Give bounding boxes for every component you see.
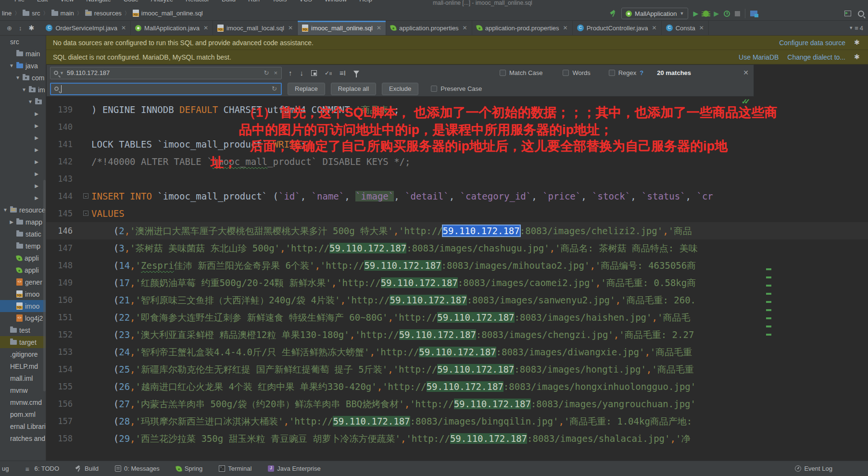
preserve-case-checkbox[interactable]: Preserve Case: [431, 85, 482, 92]
tree-scrollbar[interactable]: [43, 180, 46, 391]
tab-mallapplication-java[interactable]: MallApplication.java✕: [131, 21, 213, 35]
tree-item[interactable]: ▶: [0, 192, 46, 204]
tab-imooc_mall_online-sql[interactable]: imooc_mall_online.sql✕: [298, 21, 386, 35]
build-hammer-icon[interactable]: [610, 10, 616, 17]
run-coverage-button[interactable]: ▶: [714, 10, 719, 17]
stripe-mark[interactable]: [766, 276, 771, 278]
code-line[interactable]: 157 (28,'玛琪摩尔新西兰进口冰淇淋大桶装','http://59.110…: [46, 413, 868, 430]
tree-item-ernal-libraries[interactable]: ernal Libraries: [0, 420, 46, 432]
menu-item-file[interactable]: File: [14, 0, 25, 6]
stripe-mark[interactable]: [766, 268, 771, 270]
code-line[interactable]: 147 (3,'茶树菇 美味菌菇 东北山珍 500g','http://59.1…: [46, 239, 868, 257]
find-in-selection-icon[interactable]: [311, 70, 317, 76]
code-line[interactable]: 152 (23,'澳大利亚直采鲜橙 精品澳橙12粒 单果130-180g','h…: [46, 326, 868, 343]
close-icon[interactable]: ✕: [203, 25, 208, 31]
menu-item-code[interactable]: Code: [124, 0, 138, 6]
statusbar-build[interactable]: Build: [75, 465, 99, 472]
words-checkbox[interactable]: Words: [563, 69, 590, 76]
tree-closed-arrow-icon[interactable]: ▶: [34, 159, 39, 164]
breadcrumb-item[interactable]: imooc_mall_online.sql: [133, 10, 203, 17]
match-case-checkbox[interactable]: Match Case: [500, 69, 542, 76]
replace-history-icon[interactable]: ↻: [272, 85, 277, 92]
tree-item-log4j2[interactable]: log4j2: [0, 312, 46, 324]
configure-data-source-link[interactable]: Configure data source: [779, 39, 845, 47]
tree-item[interactable]: ▶: [0, 120, 46, 132]
statusbar-terminal[interactable]: Terminal: [219, 465, 252, 472]
fold-marker-icon[interactable]: -: [83, 211, 88, 216]
close-icon[interactable]: ✕: [288, 25, 293, 31]
tab-application-prod-properties[interactable]: application-prod.properties✕: [472, 21, 573, 35]
tab-consta[interactable]: Consta✕: [662, 21, 709, 35]
code-line[interactable]: 156 (27,'内蒙古羔羊肉串 500g/袋（约20串）鲜冻羊肉串 BBQ烧烤…: [46, 395, 868, 413]
close-icon[interactable]: ✕: [463, 25, 467, 31]
select-all-occurrences-icon[interactable]: ✓II: [325, 70, 332, 76]
gear-icon[interactable]: ✱: [854, 39, 860, 46]
tree-closed-arrow-icon[interactable]: ▶: [34, 171, 39, 176]
inspection-ok-icon[interactable]: ✓✓: [742, 97, 747, 106]
debug-button[interactable]: [703, 11, 709, 17]
code-line[interactable]: 144-INSERT INTO `imooc_mall_product` (`i…: [46, 188, 868, 205]
run-button[interactable]: ▶: [693, 10, 698, 17]
code-line[interactable]: 145-VALUES: [46, 205, 868, 222]
hidden-tabs-dropdown[interactable]: ▼ ≡ 4: [844, 21, 868, 35]
tree-closed-arrow-icon[interactable]: ▶: [34, 195, 39, 200]
tree-closed-arrow-icon[interactable]: ▶: [34, 111, 39, 116]
menu-item-analyze[interactable]: Analyze: [151, 0, 173, 6]
tab-imooc_mall_local-sql[interactable]: imooc_mall_local.sql✕: [213, 21, 298, 35]
regex-checkbox[interactable]: Regex ?: [609, 69, 644, 76]
tree-item-mvnw[interactable]: mvnw: [0, 384, 46, 396]
menu-item-vcs[interactable]: VCS: [299, 0, 312, 6]
search-history-icon[interactable]: ↻: [264, 69, 269, 76]
code-line[interactable]: 151 (22,'即食海参大连野生辽刺参 新鲜速食 特级生鲜海产 60~80G'…: [46, 309, 868, 326]
tree-closed-arrow-icon[interactable]: ▶: [34, 123, 39, 128]
menu-item-build[interactable]: Build: [222, 0, 236, 6]
tree-item[interactable]: ▼: [0, 96, 46, 108]
fold-marker-icon[interactable]: -: [83, 193, 88, 199]
menu-item-tools[interactable]: Tools: [272, 0, 287, 6]
tab-application-properties[interactable]: application.properties✕: [386, 21, 472, 35]
stripe-mark[interactable]: [766, 326, 771, 327]
tree-open-arrow-icon[interactable]: ▼: [9, 63, 14, 68]
tree-item-temp[interactable]: temp: [0, 240, 46, 252]
tree-item-mvnw-cmd[interactable]: mvnw.cmd: [0, 396, 46, 408]
locate-file-icon[interactable]: ⊕: [7, 25, 12, 32]
tree-open-arrow-icon[interactable]: ▼: [15, 75, 20, 80]
tree-item-appli[interactable]: appli: [0, 252, 46, 264]
tree-open-arrow-icon[interactable]: ▼: [3, 207, 8, 213]
tree-item-help-md[interactable]: HELP.md: [0, 360, 46, 372]
code-line[interactable]: 148 (14,'Zespri佳沛 新西兰阳光金奇异果 6个装','http:/…: [46, 257, 868, 274]
breadcrumb-item[interactable]: line: [2, 10, 12, 17]
tree-closed-arrow-icon[interactable]: ▶: [34, 135, 39, 140]
statusbar-0-messages[interactable]: 0: Messages: [115, 465, 160, 472]
stripe-mark[interactable]: [766, 309, 771, 311]
code-line[interactable]: 143: [46, 170, 868, 188]
next-occurrence-icon[interactable]: ↓: [300, 69, 304, 77]
tree-item-pom-xml[interactable]: pom.xml: [0, 408, 46, 420]
tree-closed-arrow-icon[interactable]: ▶: [34, 147, 39, 152]
tree-item[interactable]: ▶: [0, 180, 46, 192]
menu-item-edit[interactable]: Edit: [37, 0, 48, 6]
menu-item-run[interactable]: Run: [248, 0, 260, 6]
close-icon[interactable]: ✕: [743, 69, 749, 76]
run-anything-icon[interactable]: [844, 11, 851, 16]
code-line[interactable]: 153 (24,'智利帝王蟹礼盒装4.4-4.0斤/只 生鲜活鲜熟冻大螃蟹','…: [46, 343, 868, 361]
tree-item[interactable]: ▶: [0, 156, 46, 168]
tree-item-resource[interactable]: ▼resource: [0, 204, 46, 216]
stripe-mark[interactable]: [766, 317, 771, 319]
tree-item-src[interactable]: src: [0, 36, 46, 48]
tree-open-arrow-icon[interactable]: ▼: [28, 99, 33, 104]
statusbar-java-enterprise[interactable]: Java Enterprise: [268, 465, 320, 472]
search-mode-caret-icon[interactable]: ▼: [60, 71, 64, 75]
regex-help-link[interactable]: ?: [640, 69, 643, 76]
tree-item-imoo[interactable]: imoo: [0, 300, 46, 312]
change-dialect-link[interactable]: Change dialect to...: [787, 53, 845, 61]
tree-item-test[interactable]: test: [0, 324, 46, 336]
filter-icon[interactable]: [353, 71, 359, 75]
expand-collapse-icon[interactable]: ↕: [19, 25, 22, 32]
stripe-mark[interactable]: [766, 301, 771, 303]
code-line[interactable]: 154 (25,'新疆库尔勒克伦生无籽红提 国产新鲜红提葡萄 提子 5斤装','…: [46, 361, 868, 378]
code-line[interactable]: 149 (17,'红颜奶油草莓 约重500g/20-24颗 新鲜水果','htt…: [46, 274, 868, 291]
tree-item-mapp[interactable]: ▶mapp: [0, 216, 46, 228]
tab-productcontroller-java[interactable]: ProductController.java✕: [573, 21, 662, 35]
search-input[interactable]: ▼ 59.110.172.187 ↻ ×: [50, 67, 282, 79]
